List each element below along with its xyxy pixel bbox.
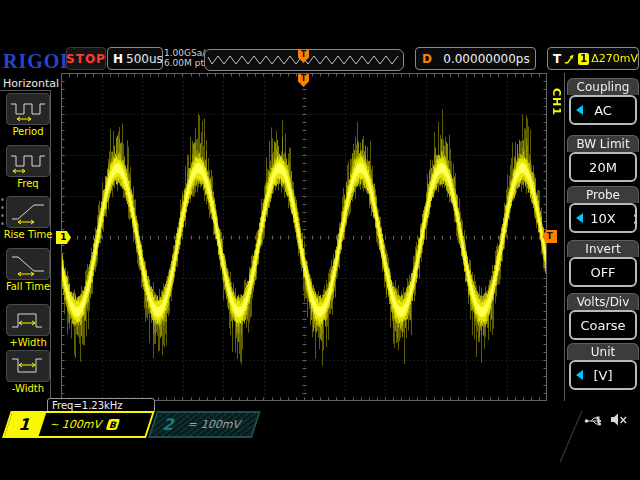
timebase-readout[interactable]: H 500us bbox=[107, 47, 163, 70]
period-icon bbox=[9, 96, 47, 122]
softkey-unit[interactable]: [V] bbox=[569, 360, 637, 390]
channel2-number: 2 bbox=[151, 415, 187, 434]
page-indicator-dot bbox=[1, 214, 4, 217]
softkey-value: 10X bbox=[590, 211, 615, 226]
trigger-source-badge: 1 bbox=[578, 53, 589, 65]
channel1-scale: 100mV bbox=[60, 418, 103, 431]
softkey-volts-div[interactable]: Coarse bbox=[569, 310, 637, 340]
brand-logo: RIGOL bbox=[3, 50, 75, 73]
plus-width-icon bbox=[9, 307, 47, 333]
menu-button-label: Period bbox=[0, 126, 56, 137]
softkey-label-bw-limit: BW Limit bbox=[567, 135, 639, 152]
channel1-number: 1 bbox=[5, 413, 46, 436]
page-indicator-dot bbox=[1, 206, 4, 209]
page-indicator-dot bbox=[1, 198, 4, 201]
channel2-status-badge[interactable]: 2 = 100mV bbox=[148, 411, 261, 438]
left-menu-title: Horizontal bbox=[3, 77, 59, 90]
left-arrow-icon bbox=[576, 105, 583, 115]
menu-button-label: Rise Time bbox=[0, 229, 56, 240]
menu-button-rise-time[interactable]: Rise Time bbox=[0, 196, 56, 240]
menu-button-label: -Width bbox=[0, 383, 56, 394]
menu-button-label: +Width bbox=[0, 337, 56, 348]
oscilloscope-screen: RIGOL STOP H 500us 1.00GSa/s 6.00M pts T… bbox=[0, 0, 640, 480]
timebase-key: H bbox=[113, 52, 123, 66]
right-menu-channel-label: CH1 bbox=[550, 88, 563, 116]
softkey-bw-limit[interactable]: 20M bbox=[569, 152, 637, 182]
softkey-probe[interactable]: 10X bbox=[569, 203, 637, 233]
trigger-level-value: Δ270mV bbox=[591, 52, 638, 65]
delay-value: 0.00000000ps bbox=[438, 52, 535, 66]
speaker-mute-icon bbox=[610, 412, 628, 427]
right-menu-border bbox=[564, 73, 565, 401]
waveform-preview-bar[interactable]: T bbox=[204, 49, 404, 71]
delay-readout[interactable]: D 0.00000000ps bbox=[415, 47, 536, 70]
minus-width-icon bbox=[9, 353, 47, 379]
graticule-canvas bbox=[61, 73, 547, 401]
softkey-value: OFF bbox=[590, 265, 615, 280]
left-menu-divider bbox=[0, 90, 50, 91]
run-state-label: STOP bbox=[66, 52, 106, 66]
rise-time-icon bbox=[9, 199, 47, 225]
channel1-coupling-symbol: ~ bbox=[48, 418, 61, 431]
rising-slope-icon bbox=[564, 53, 576, 65]
channel1-status-badge[interactable]: 1 ~ 100mV B bbox=[2, 411, 155, 438]
softkey-label-unit: Unit bbox=[567, 343, 639, 360]
softkey-value: Coarse bbox=[580, 318, 625, 333]
run-state-indicator[interactable]: STOP bbox=[66, 47, 106, 70]
freq-icon bbox=[9, 148, 47, 174]
softkey-value: AC bbox=[594, 103, 612, 118]
delay-key: D bbox=[422, 52, 432, 66]
page-indicator-dot bbox=[1, 222, 4, 225]
menu-button-freq[interactable]: Freq bbox=[0, 145, 56, 189]
channel2-coupling-symbol: = bbox=[186, 418, 199, 431]
trigger-readout[interactable]: T 1 Δ270mV bbox=[547, 47, 639, 70]
softkey-label-volts-div: Volts/Div bbox=[567, 293, 639, 310]
timebase-value: 500us bbox=[126, 52, 163, 66]
menu-button-plus-width[interactable]: +Width bbox=[0, 304, 56, 348]
page-indicator-dot bbox=[634, 221, 637, 224]
menu-button-period[interactable]: Period bbox=[0, 93, 56, 137]
menu-button-fall-time[interactable]: Fall Time bbox=[0, 248, 56, 292]
channel2-scale: 100mV bbox=[199, 418, 242, 431]
panel-edge-divider bbox=[560, 411, 583, 463]
usb-icon bbox=[584, 414, 606, 428]
channel1-bw-limit-badge: B bbox=[106, 419, 121, 430]
softkey-value: [V] bbox=[593, 368, 612, 383]
menu-button-label: Fall Time bbox=[0, 281, 56, 292]
softkey-value: 20M bbox=[589, 160, 617, 175]
left-arrow-icon bbox=[576, 213, 583, 223]
menu-button-minus-width[interactable]: -Width bbox=[0, 350, 56, 394]
softkey-coupling[interactable]: AC bbox=[569, 95, 637, 125]
softkey-invert[interactable]: OFF bbox=[569, 257, 637, 287]
menu-button-label: Freq bbox=[0, 178, 56, 189]
page-indicator-dot bbox=[634, 214, 637, 217]
trigger-key: T bbox=[553, 52, 561, 66]
softkey-label-probe: Probe bbox=[567, 186, 639, 203]
softkey-label-coupling: Coupling bbox=[567, 78, 639, 95]
softkey-label-invert: Invert bbox=[567, 240, 639, 257]
left-arrow-icon bbox=[576, 370, 583, 380]
fall-time-icon bbox=[9, 251, 47, 277]
